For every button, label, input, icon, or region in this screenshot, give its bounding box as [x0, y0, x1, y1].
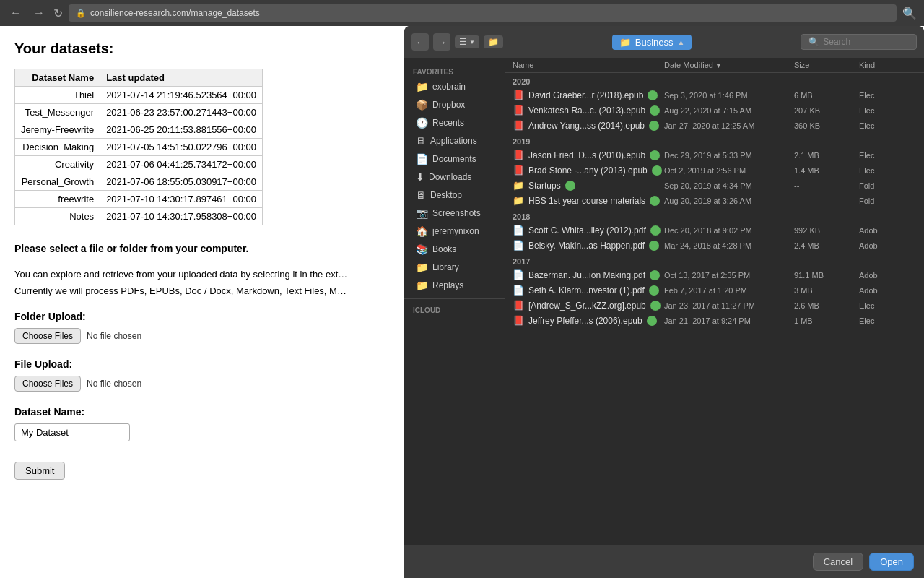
picker-cancel-button[interactable]: Cancel [813, 553, 863, 571]
file-status-dot [650, 225, 661, 236]
picker-search-placeholder: Search [823, 37, 850, 47]
list-item[interactable]: 📕 Andrew Yang...ss (2014).epub Jan 27, 2… [505, 118, 924, 133]
file-size: 992 KB [794, 226, 859, 235]
file-name-text: Venkatesh Ra...c. (2013).epub [528, 105, 645, 116]
sidebar-item-books[interactable]: 📚Books [407, 241, 502, 258]
list-item[interactable]: 📄 Seth A. Klarm...nvestor (1).pdf Feb 7,… [505, 282, 924, 298]
file-status-dot [650, 150, 660, 160]
list-item[interactable]: 📄 Belsky. Makin...as Happen.pdf Mar 24, … [505, 238, 924, 253]
sidebar-item-screenshots[interactable]: 📷Screenshots [407, 204, 502, 222]
picker-toolbar: ← → ☰ ▼ 📁 📁 Business ▲ 🔍 Search [404, 26, 924, 58]
file-date: Jan 23, 2017 at 11:27 PM [664, 301, 794, 310]
file-name-cell: 📄 Bazerman. Ju...ion Making.pdf [513, 269, 664, 280]
file-status-dot [648, 90, 658, 100]
col-date-header[interactable]: Date Modified ▼ [664, 61, 794, 69]
file-size: 2.6 MB [794, 301, 859, 310]
file-kind: Elec [859, 106, 917, 115]
picker-search-box[interactable]: 🔍 Search [801, 34, 917, 50]
picker-share-button[interactable]: 📁 [484, 35, 503, 48]
file-picker-overlay: ← → ☰ ▼ 📁 📁 Business ▲ 🔍 Search Favorite [404, 26, 924, 578]
submit-button[interactable]: Submit [14, 462, 65, 480]
col-kind-header[interactable]: Kind [859, 61, 917, 69]
sidebar-item-jeremynixon[interactable]: 🏠jeremynixon [407, 223, 502, 240]
file-size: 2.4 MB [794, 241, 859, 250]
file-size: 360 KB [794, 121, 859, 130]
table-row: freewrite2021-07-10 14:30:17.897461+00:0… [15, 191, 263, 208]
file-kind: Elec [859, 166, 917, 175]
list-item[interactable]: 📕 Jeffrey Pfeffer...s (2006).epub Jan 21… [505, 313, 924, 328]
col-size-header[interactable]: Size [794, 61, 859, 69]
picker-sidebar: Favorites 📁exobrain📦Dropbox🕐Recents🖥Appl… [404, 58, 505, 545]
list-item[interactable]: 📕 Brad Stone -...any (2013).epub Oct 2, … [505, 163, 924, 178]
col-header-last-updated: Last updated [100, 69, 263, 87]
folder-choose-files-button[interactable]: Choose Files [14, 328, 81, 344]
file-icon: 📁 [513, 195, 524, 206]
file-kind: Adob [859, 226, 917, 235]
sidebar-item-applications[interactable]: 🖥Applications [407, 132, 502, 150]
file-name-cell: 📄 Seth A. Klarm...nvestor (1).pdf [513, 285, 664, 296]
list-item[interactable]: 📁 HBS 1st year course materials Aug 20, … [505, 193, 924, 208]
sidebar-item-documents[interactable]: 📄Documents [407, 150, 502, 168]
address-bar[interactable]: 🔒 consilience-research.com/manage_datase… [69, 4, 897, 22]
sidebar-favorites-label: Favorites [404, 65, 505, 77]
table-row: Creativity2021-07-06 04:41:25.734172+00:… [15, 156, 263, 173]
picker-bottom: Cancel Open [404, 545, 924, 578]
sidebar-item-dropbox[interactable]: 📦Dropbox [407, 96, 502, 113]
file-size: 2.1 MB [794, 151, 859, 160]
file-date: Sep 20, 2019 at 4:34 PM [664, 181, 794, 190]
file-icon: 📕 [513, 105, 524, 116]
picker-location[interactable]: 📁 Business ▲ [612, 35, 692, 50]
file-date: Oct 13, 2017 at 2:35 PM [664, 271, 794, 280]
sidebar-item-library[interactable]: 📁Library [407, 259, 502, 276]
file-date: Feb 7, 2017 at 1:20 PM [664, 286, 794, 295]
list-item[interactable]: 📕 David Graeber...r (2018).epub Sep 3, 2… [505, 87, 924, 103]
dataset-table: Dataset Name Last updated Thiel2021-07-1… [14, 69, 263, 225]
list-item[interactable]: 📕 Jason Fried, D...s (2010).epub Dec 29,… [505, 147, 924, 163]
browser-search-button[interactable]: 🔍 [902, 7, 917, 20]
file-name-cell: 📕 Brad Stone -...any (2013).epub [513, 165, 664, 176]
picker-location-arrow: ▲ [677, 38, 684, 46]
file-name-cell: 📄 Scott C. Whita...iley (2012).pdf [513, 225, 664, 236]
file-status-dot [649, 285, 659, 296]
file-name-text: Seth A. Klarm...nvestor (1).pdf [528, 285, 645, 296]
file-name-cell: 📕 Jason Fried, D...s (2010).epub [513, 150, 664, 160]
file-date: Dec 20, 2018 at 9:02 PM [664, 226, 794, 235]
folder-icon: 📦 [416, 99, 428, 111]
file-icon: 📄 [513, 225, 524, 236]
file-group-2019: 2019 [505, 133, 924, 147]
col-name-header[interactable]: Name [513, 61, 664, 69]
file-kind: Fold [859, 197, 917, 205]
file-size: 1 MB [794, 316, 859, 325]
back-button[interactable]: ← [7, 5, 25, 21]
picker-view-options-button[interactable]: ☰ ▼ [455, 35, 479, 48]
file-group-2018: 2018 [505, 208, 924, 223]
refresh-button[interactable]: ↻ [53, 7, 63, 20]
folder-icon: 📁 [619, 37, 631, 48]
file-list-header: Name Date Modified ▼ Size Kind [505, 58, 924, 73]
sidebar-item-replays[interactable]: 📁Replays [407, 277, 502, 294]
list-item[interactable]: 📄 Scott C. Whita...iley (2012).pdf Dec 2… [505, 223, 924, 238]
search-icon: 🔍 [808, 37, 819, 47]
picker-forward-button[interactable]: → [433, 33, 450, 51]
table-row: Jeremy-Freewrite2021-06-25 20:11:53.8815… [15, 121, 263, 139]
file-choose-files-button[interactable]: Choose Files [14, 376, 81, 392]
file-name-text: Scott C. Whita...iley (2012).pdf [528, 225, 646, 236]
sidebar-item-downloads[interactable]: ⬇Downloads [407, 168, 502, 186]
picker-open-button[interactable]: Open [869, 553, 914, 571]
folder-icon: 📁 [416, 280, 428, 291]
sidebar-item-recents[interactable]: 🕐Recents [407, 114, 502, 131]
sidebar-icloud-label: iCloud [404, 303, 505, 316]
list-item[interactable]: 📕 [Andrew_S_Gr...kZZ.org].epub Jan 23, 2… [505, 298, 924, 313]
forward-button[interactable]: → [30, 5, 48, 21]
address-text: consilience-research.com/manage_datasets [90, 8, 260, 18]
file-name-text: Andrew Yang...ss (2014).epub [528, 121, 645, 131]
sidebar-item-desktop[interactable]: 🖥Desktop [407, 186, 502, 204]
dataset-name-input[interactable] [14, 423, 130, 441]
list-item[interactable]: 📄 Bazerman. Ju...ion Making.pdf Oct 13, … [505, 267, 924, 282]
file-kind: Adob [859, 271, 917, 280]
file-status-dot [650, 270, 660, 280]
sidebar-item-exobrain[interactable]: 📁exobrain [407, 78, 502, 95]
picker-back-button[interactable]: ← [411, 33, 429, 51]
list-item[interactable]: 📕 Venkatesh Ra...c. (2013).epub Aug 22, … [505, 103, 924, 118]
list-item[interactable]: 📁 Startups Sep 20, 2019 at 4:34 PM -- Fo… [505, 178, 924, 193]
